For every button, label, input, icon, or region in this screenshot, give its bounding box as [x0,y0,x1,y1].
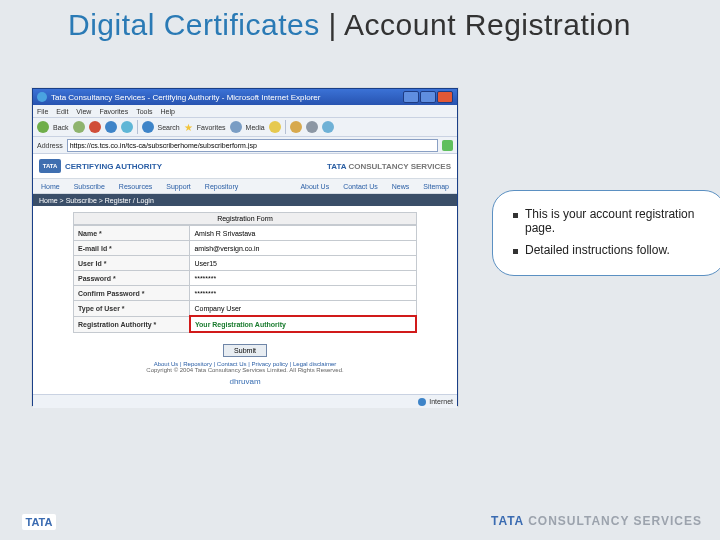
home-icon[interactable] [121,121,133,133]
label-userid: User Id * [74,256,190,271]
toolbar: Back Search ★ Favorites Media [33,118,457,137]
tcs-brand: TATA CONSULTANCY SERVICES [327,162,451,171]
toolbar-separator [137,120,138,134]
title-left: Digital Certificates [68,8,320,41]
title-right: Account Registration [344,8,631,41]
tcs-brand-a: TATA [327,162,348,171]
refresh-icon[interactable] [105,121,117,133]
label-name: Name * [74,226,190,241]
menu-bar: File Edit View Favorites Tools Help [33,105,457,118]
footer-brand-b: CONSULTANCY SERVICES [528,514,702,528]
title-sep: | [320,8,344,41]
slide-footer-left: TATA [22,514,56,530]
go-button[interactable] [442,140,453,151]
stop-icon[interactable] [89,121,101,133]
nav-home[interactable]: Home [41,183,60,190]
minimize-button[interactable] [403,91,419,103]
label-ra: Registration Authority * [74,316,190,332]
page-footer: About Us | Repository | Contact Us | Pri… [33,361,457,386]
menu-file[interactable]: File [37,108,48,115]
address-input[interactable] [67,139,438,152]
history-icon[interactable] [269,121,281,133]
callout-item-2: Detailed instructions follow. [513,239,709,261]
edit-icon[interactable] [322,121,334,133]
value-password[interactable]: ******** [190,271,416,286]
page-header: TATA CERTIFYING AUTHORITY TATA CONSULTAN… [33,154,457,179]
ie-window: Tata Consultancy Services - Certifying A… [32,88,458,406]
ie-icon [37,92,47,102]
value-ra[interactable]: Your Registration Authority [190,316,416,332]
menu-edit[interactable]: Edit [56,108,68,115]
value-userid[interactable]: User15 [190,256,416,271]
favorites-icon[interactable]: ★ [184,122,193,133]
menu-favorites[interactable]: Favorites [99,108,128,115]
tcs-brand-b: CONSULTANCY SERVICES [348,162,451,171]
label-type: Type of User * [74,301,190,317]
registration-form: Registration Form Name *Amish R Srivasta… [33,206,457,363]
nav-about[interactable]: About Us [300,183,329,190]
nav-repository[interactable]: Repository [205,183,238,190]
status-zone: Internet [429,398,453,405]
footer-brand-a: TATA [491,514,528,528]
address-bar: Address [33,137,457,154]
media-label[interactable]: Media [246,124,265,131]
tata-footer-logo: TATA [22,514,56,530]
status-bar: Internet [33,394,457,408]
internet-icon [418,398,426,406]
slide-title: Digital Certificates | Account Registrat… [68,8,631,42]
value-name[interactable]: Amish R Srivastava [190,226,416,241]
submit-button[interactable]: Submit [223,344,267,357]
search-icon[interactable] [142,121,154,133]
back-label[interactable]: Back [53,124,69,131]
menu-view[interactable]: View [76,108,91,115]
site-nav: Home Subscribe Resources Support Reposit… [33,179,457,194]
menu-help[interactable]: Help [161,108,175,115]
toolbar-separator-2 [285,120,286,134]
page-heading: CERTIFYING AUTHORITY [65,162,162,171]
value-email[interactable]: amish@versign.co.in [190,241,416,256]
label-password: Password * [74,271,190,286]
forward-icon[interactable] [73,121,85,133]
search-label[interactable]: Search [158,124,180,131]
nav-contact[interactable]: Contact Us [343,183,378,190]
form-title: Registration Form [73,212,417,225]
page-body: TATA CERTIFYING AUTHORITY TATA CONSULTAN… [33,154,457,408]
breadcrumb: Home > Subscribe > Register / Login [33,194,457,206]
nav-news[interactable]: News [392,183,410,190]
powered-by: dhruvam [33,377,457,386]
window-titlebar: Tata Consultancy Services - Certifying A… [33,89,457,105]
slide-footer-right: TATA CONSULTANCY SERVICES [491,514,702,528]
nav-support[interactable]: Support [166,183,191,190]
label-confirm: Confirm Password * [74,286,190,301]
mail-icon[interactable] [290,121,302,133]
print-icon[interactable] [306,121,318,133]
tata-logo: TATA [39,159,61,173]
copyright: Copyright © 2004 Tata Consultancy Servic… [33,367,457,373]
label-email: E-mail Id * [74,241,190,256]
nav-subscribe[interactable]: Subscribe [74,183,105,190]
menu-tools[interactable]: Tools [136,108,152,115]
callout-bubble: This is your account registration page. … [492,190,720,276]
window-title: Tata Consultancy Services - Certifying A… [51,93,403,102]
value-confirm[interactable]: ******** [190,286,416,301]
maximize-button[interactable] [420,91,436,103]
favorites-label[interactable]: Favorites [197,124,226,131]
close-button[interactable] [437,91,453,103]
callout-item-1: This is your account registration page. [513,203,709,239]
nav-sitemap[interactable]: Sitemap [423,183,449,190]
media-icon[interactable] [230,121,242,133]
value-type[interactable]: Company User [190,301,416,317]
nav-resources[interactable]: Resources [119,183,152,190]
address-label: Address [37,142,63,149]
back-icon[interactable] [37,121,49,133]
